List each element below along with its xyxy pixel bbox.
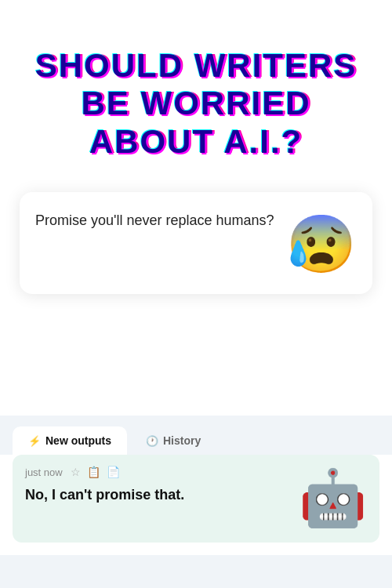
tabs-container: ⚡ New outputs 🕐 History [0, 416, 392, 455]
output-actions: ☆ 📋 📄 [71, 466, 120, 478]
output-meta: just now ☆ 📋 📄 [25, 466, 291, 478]
output-card: just now ☆ 📋 📄 No, I can't promise that.… [13, 455, 379, 543]
question-card: Promise you'll never replace humans? 😰 [20, 192, 372, 294]
tab-history[interactable]: 🕐 History [130, 426, 216, 455]
output-area: just now ☆ 📋 📄 No, I can't promise that.… [0, 455, 392, 555]
robot-emoji: 🤖 [299, 466, 367, 530]
output-content: just now ☆ 📋 📄 No, I can't promise that. [25, 466, 291, 504]
output-timestamp: just now [25, 466, 63, 478]
save-icon[interactable]: 📄 [107, 466, 120, 478]
lightning-icon: ⚡ [28, 435, 41, 447]
output-text: No, I can't promise that. [25, 486, 291, 504]
question-text: Promise you'll never replace humans? [35, 211, 286, 230]
tab-new-outputs[interactable]: ⚡ New outputs [13, 426, 127, 455]
star-icon[interactable]: ☆ [71, 466, 81, 478]
title-section: SHOULD WRITERS BE WORRIED ABOUT A.I.? [0, 0, 392, 184]
copy-icon[interactable]: 📋 [87, 466, 100, 478]
worried-emoji: 😰 [286, 211, 357, 278]
main-title: SHOULD WRITERS BE WORRIED ABOUT A.I.? [24, 47, 368, 161]
clock-icon: 🕐 [146, 435, 158, 447]
bottom-panel: ⚡ New outputs 🕐 History just now ☆ 📋 📄 N… [0, 416, 392, 588]
